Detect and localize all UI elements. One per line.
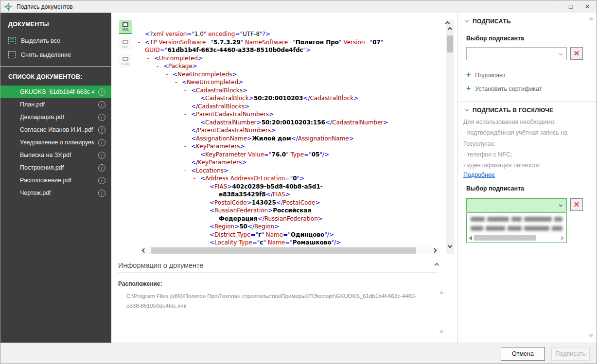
collapse-info-icon[interactable] [435, 263, 439, 268]
document-name: Расположение.pdf [20, 177, 94, 184]
vertical-scroll-thumb[interactable] [447, 35, 453, 52]
cancel-button[interactable]: Отмена [501, 347, 545, 361]
horizontal-scrollbar[interactable] [140, 247, 438, 254]
add-signer-button[interactable]: + Подписант [466, 72, 506, 79]
scroll-left-icon[interactable] [142, 248, 147, 253]
xml-line: e838a35429f8</FIAS> [138, 191, 444, 199]
sign-button[interactable]: Подписать [551, 347, 590, 361]
collapse-toggle[interactable]: - [157, 62, 163, 70]
document-list-item[interactable]: Выписка на ЗУ.pdfi [0, 149, 111, 161]
collapse-toggle[interactable]: - [147, 54, 154, 63]
signer-combobox[interactable] [466, 47, 567, 60]
dropdown-option-redacted[interactable] [471, 216, 562, 222]
signer-select-label: Выбор подписанта [466, 35, 524, 42]
collapse-toggle[interactable]: - [184, 110, 191, 119]
plus-icon: + [466, 85, 471, 92]
sign-section-header[interactable]: ПОДПИСАТЬ [466, 18, 511, 25]
clear-icon: ✕ [574, 49, 580, 58]
panel-scroll-up-icon[interactable] [589, 17, 594, 20]
info-scroll-down-icon[interactable] [439, 330, 444, 334]
document-list-item[interactable]: Построения.pdfi [0, 161, 111, 174]
dropdown-option-redacted[interactable] [471, 225, 562, 231]
collapse-toggle[interactable]: - [193, 174, 200, 183]
collapse-toggle[interactable]: - [166, 70, 173, 79]
info-scroll-up-icon[interactable] [439, 291, 444, 294]
collapse-toggle[interactable]: - [184, 87, 191, 95]
document-list-item[interactable]: План.pdfi [0, 98, 111, 111]
goskey-section-header[interactable]: ПОДПИСАТЬ В ГОСКЛЮЧЕ [466, 107, 553, 114]
format-tab-label: XML [122, 28, 129, 31]
collapse-toggle[interactable]: - [184, 142, 191, 151]
signer-combo-row: ✕ [466, 47, 583, 60]
minimize-button[interactable]: – [546, 0, 562, 13]
goskey-signer-combo-row: ✕ [466, 198, 583, 211]
clear-icon: ✕ [574, 200, 580, 209]
install-certificate-label: Установить сертификат [475, 86, 542, 92]
goskey-signer-combobox[interactable] [466, 198, 567, 211]
file-icon [123, 22, 128, 27]
info-icon[interactable]: i [98, 126, 105, 134]
info-icon[interactable]: i [98, 164, 105, 172]
goskey-requirement-line: - телефон с NFC; [463, 149, 593, 160]
goskey-signer-select-label: Выбор подписанта [466, 185, 524, 192]
deselect-icon [8, 51, 16, 58]
xml-line: </KeyParameters> [138, 158, 444, 167]
xml-line: Федерация</RussianFederation> [138, 215, 444, 223]
xml-line: <Region>50</Region> [138, 223, 444, 231]
xml-line: <CadastralNumber>50:20:0010203:156</Cada… [138, 119, 444, 127]
clear-goskey-signer-button[interactable]: ✕ [570, 198, 583, 211]
info-icon[interactable]: i [98, 139, 105, 146]
info-icon[interactable]: i [98, 177, 105, 184]
info-icon[interactable]: i [98, 114, 105, 121]
more-details-link[interactable]: Подробнее [463, 172, 495, 178]
goskey-requirement-line: Для использования необходимо: [463, 117, 593, 127]
scroll-right-icon[interactable] [432, 248, 437, 253]
dropdown-scroll-right-icon[interactable] [561, 236, 564, 241]
footer-bar: Отмена Подписать [0, 343, 597, 364]
select-all-button[interactable]: Выделить все [0, 34, 111, 48]
document-list-item[interactable]: Согласие Иванов И.И..pdfi [0, 123, 111, 136]
format-tab-pdf[interactable]: PDF [119, 37, 132, 51]
scroll-down-icon[interactable] [448, 243, 453, 248]
scroll-up-arrow[interactable] [445, 21, 450, 26]
panel-divider [458, 101, 597, 102]
xml-line: -<Address AddressOrLocation="0"> [138, 174, 444, 183]
info-icon[interactable]: i [98, 152, 105, 159]
document-list-item[interactable]: Декларация.pdfi [0, 111, 111, 123]
dropdown-scroll-left-icon[interactable] [469, 236, 472, 241]
xml-line: <Locality Type="с" Name="Ромашково"/> [138, 239, 444, 247]
scroll-up-icon[interactable] [448, 27, 453, 32]
deselect-all-button[interactable]: Снять выделение [0, 48, 111, 62]
xml-line: -<NewUncompleted> [138, 78, 444, 87]
document-list: GKUOKS_61db1b4f-663c-44iПлан.pdfiДеклара… [0, 86, 111, 199]
xml-line: </ParentCadastralNumbers> [138, 126, 444, 135]
maximize-icon: □ [569, 3, 573, 10]
document-list-item[interactable]: GKUOKS_61db1b4f-663c-44i [0, 86, 111, 98]
collapse-toggle[interactable]: - [138, 38, 145, 47]
xml-line: -<Uncompleted> [138, 54, 444, 63]
document-name: Уведомление о планируем [20, 139, 94, 146]
collapse-toggle[interactable]: - [184, 167, 191, 175]
format-tabs: XMLPDFHTML [119, 20, 132, 68]
document-list-item[interactable]: Чертеж.pdfi [0, 187, 111, 199]
format-tab-xml[interactable]: XML [119, 20, 132, 34]
vertical-scrollbar[interactable] [446, 20, 454, 254]
xml-line: -<Locations> [138, 167, 444, 175]
document-list-item[interactable]: Расположение.pdfi [0, 174, 111, 187]
info-icon[interactable]: i [98, 88, 105, 96]
maximize-button[interactable]: □ [562, 0, 579, 13]
info-icon[interactable]: i [98, 101, 105, 108]
collapse-toggle[interactable]: - [175, 78, 182, 87]
panel-scroll-down-icon[interactable] [589, 334, 594, 338]
horizontal-scroll-thumb[interactable] [151, 247, 416, 254]
dropdown-scroll-thumb[interactable] [474, 235, 536, 241]
info-icon[interactable]: i [98, 190, 105, 197]
format-tab-html[interactable]: HTML [119, 54, 132, 68]
install-certificate-button[interactable]: + Установить сертификат [466, 86, 542, 92]
file-icon [123, 57, 128, 61]
plus-icon: + [466, 71, 471, 79]
dropdown-horizontal-scrollbar[interactable] [467, 234, 566, 242]
clear-signer-button[interactable]: ✕ [570, 47, 583, 60]
close-button[interactable]: ✕ [579, 0, 596, 13]
document-list-item[interactable]: Уведомление о планируемi [0, 136, 111, 149]
